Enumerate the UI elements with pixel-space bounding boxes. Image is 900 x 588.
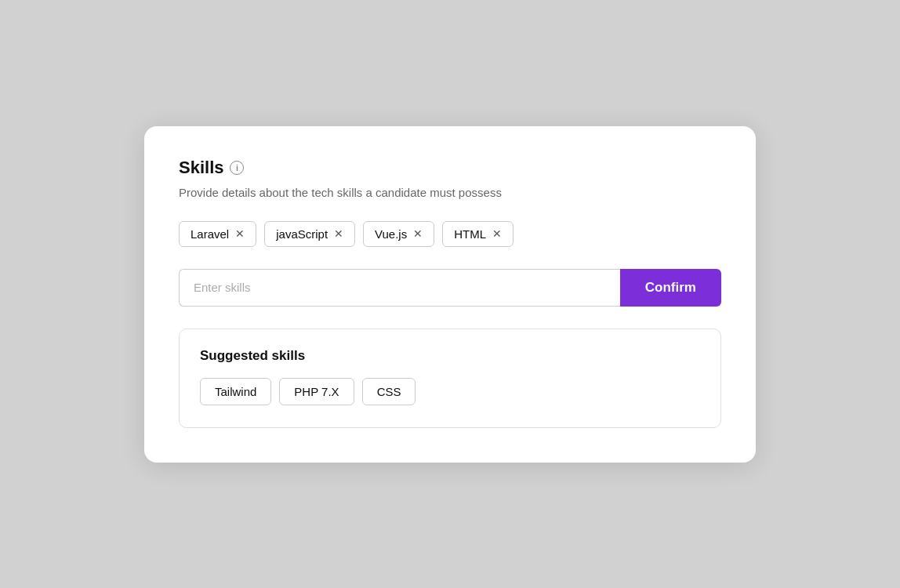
suggested-tag-tailwind[interactable]: Tailwind [200, 378, 271, 405]
suggested-box: Suggested skills TailwindPHP 7.XCSS [179, 328, 721, 428]
section-title: Skills [179, 158, 223, 178]
info-icon[interactable]: i [230, 161, 244, 175]
tag-remove-html[interactable]: ✕ [492, 228, 502, 239]
skills-card: Skills i Provide details about the tech … [144, 126, 756, 463]
tag-remove-vuejs[interactable]: ✕ [413, 228, 423, 239]
tag-html: HTML✕ [442, 221, 514, 247]
tag-label: Laravel [191, 227, 229, 241]
section-header: Skills i [179, 158, 721, 178]
tag-vuejs: Vue.js✕ [363, 221, 434, 247]
input-row: Confirm [179, 269, 721, 307]
suggested-tags-row: TailwindPHP 7.XCSS [200, 378, 700, 405]
suggested-tag-css[interactable]: CSS [362, 378, 416, 405]
tag-label: Vue.js [375, 227, 407, 241]
tag-label: HTML [454, 227, 486, 241]
confirm-button[interactable]: Confirm [620, 269, 721, 307]
tag-label: javaScript [276, 227, 328, 241]
tag-javascript: javaScript✕ [264, 221, 355, 247]
skills-input[interactable] [179, 269, 620, 307]
tag-remove-javascript[interactable]: ✕ [334, 228, 343, 239]
section-description: Provide details about the tech skills a … [179, 186, 721, 199]
suggested-title: Suggested skills [200, 348, 700, 364]
selected-tags-row: Laravel✕javaScript✕Vue.js✕HTML✕ [179, 221, 721, 247]
tag-laravel: Laravel✕ [179, 221, 256, 247]
suggested-tag-php7x[interactable]: PHP 7.X [279, 378, 354, 405]
tag-remove-laravel[interactable]: ✕ [235, 228, 245, 239]
